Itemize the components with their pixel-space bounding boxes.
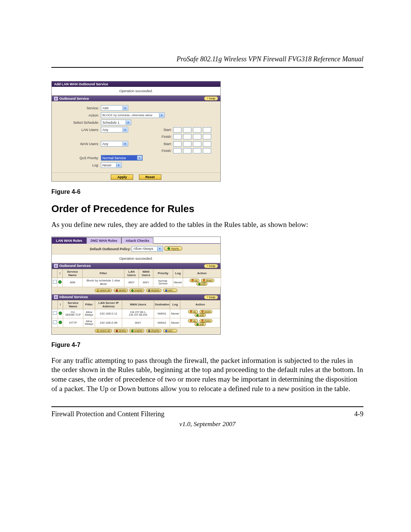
- wan-start-ip: Start:: [157, 141, 211, 147]
- ip-octet[interactable]: [183, 148, 191, 153]
- ip-octet[interactable]: [173, 127, 182, 133]
- button-label: delete: [119, 289, 126, 292]
- move-up-button[interactable]: up: [190, 279, 199, 282]
- button-label: select all: [100, 289, 110, 292]
- ip-octet[interactable]: [183, 127, 191, 133]
- log-select[interactable]: Never▾: [101, 162, 122, 168]
- col-alert: !: [57, 300, 63, 309]
- select-all-button[interactable]: select all: [95, 329, 112, 332]
- button-label: add ...: [168, 289, 175, 292]
- status-dot-icon: [167, 247, 170, 250]
- ip-octet[interactable]: [173, 148, 182, 153]
- policy-select[interactable]: Allow Always▾: [132, 246, 163, 252]
- select-value: AIM: [102, 106, 108, 110]
- window-titlebar: Add LAN WAN Outbound Service: [52, 81, 220, 87]
- section-title: Inbound Services: [59, 295, 88, 299]
- ip-octet[interactable]: [183, 134, 191, 139]
- collapse-icon[interactable]: ▪: [54, 264, 58, 268]
- service-select[interactable]: AIM▾: [101, 105, 128, 111]
- form-body: Service: AIM▾ Action: BLOCK by schedule,…: [52, 101, 220, 173]
- button-label: disable: [151, 289, 159, 292]
- cell-log: Never: [170, 318, 180, 327]
- enable-button[interactable]: enable: [129, 289, 144, 292]
- select-value: Never: [102, 163, 112, 167]
- enable-button[interactable]: enable: [129, 329, 144, 332]
- lan-finish-ip: Finish:: [157, 134, 211, 139]
- tab-lan-wan-rules[interactable]: LAN WAN Rules: [52, 237, 86, 244]
- ip-octet[interactable]: [193, 148, 201, 153]
- tab-attack-checks[interactable]: Attack Checks: [121, 237, 153, 244]
- section-heading: Order of Precedence for Rules: [51, 203, 363, 215]
- col-action: Action: [180, 300, 220, 309]
- cell-filter: Allow Always: [83, 318, 95, 327]
- help-link[interactable]: ?help: [204, 295, 218, 299]
- disable-icon: [148, 330, 150, 332]
- delete-button[interactable]: delete: [114, 329, 128, 332]
- button-row: Apply Reset: [52, 173, 220, 181]
- row-checkbox[interactable]: [53, 311, 57, 315]
- help-link[interactable]: ?help: [204, 264, 218, 268]
- ip-octet[interactable]: [193, 134, 201, 139]
- help-label: help: [209, 97, 215, 100]
- move-down-button[interactable]: down: [199, 310, 213, 313]
- delete-icon: [116, 330, 118, 332]
- move-up-button[interactable]: up: [188, 310, 198, 313]
- schedule-select[interactable]: Schedule 1▾: [101, 120, 131, 125]
- wan-users-select[interactable]: Any▾: [101, 141, 128, 147]
- edit-button[interactable]: edit: [194, 313, 206, 317]
- collapse-icon[interactable]: ▪: [54, 97, 58, 101]
- row-checkbox[interactable]: [53, 320, 57, 324]
- disable-button[interactable]: disable: [146, 289, 161, 292]
- edit-button[interactable]: edit: [194, 323, 206, 326]
- status-message: Operation succeeded.: [52, 87, 220, 96]
- figure-4-6-screenshot: Add LAN WAN Outbound Service Operation s…: [51, 81, 221, 182]
- col-service-name: Service Name: [63, 269, 83, 278]
- apply-button[interactable]: Apply: [111, 174, 133, 180]
- col-wan-users: WAN Users: [139, 269, 153, 278]
- cell-service: AIM: [63, 278, 83, 287]
- button-label: enable: [134, 329, 142, 332]
- collapse-icon[interactable]: ▪: [54, 295, 58, 299]
- section-header-inbound-services: ▪ Inbound Services ?help: [52, 294, 220, 300]
- lan-users-select[interactable]: Any▾: [101, 127, 128, 133]
- help-link[interactable]: ?help: [204, 96, 218, 101]
- move-down-button[interactable]: down: [199, 319, 213, 323]
- qos-select[interactable]: Normal-Service▾: [101, 155, 143, 161]
- label-service: Service:: [53, 106, 99, 110]
- button-label: disable: [151, 329, 159, 332]
- ip-octet[interactable]: [193, 141, 201, 147]
- move-down-button[interactable]: down: [201, 279, 214, 282]
- wan-finish-ip: Finish:: [157, 148, 211, 153]
- ip-octet[interactable]: [173, 141, 182, 147]
- footer-rule: [51, 406, 363, 407]
- select-value: Allow Always: [133, 247, 153, 251]
- outbound-services-table: ! Service Name Filter LAN Users WAN User…: [52, 269, 221, 287]
- cell-lan: ANY: [124, 278, 139, 287]
- delete-button[interactable]: delete: [114, 289, 128, 292]
- apply-policy-button[interactable]: Apply: [164, 246, 182, 251]
- page-header-title: ProSafe 802.11g Wireless VPN Firewall FV…: [51, 55, 363, 63]
- tab-dmz-wan-rules[interactable]: DMZ WAN Rules: [86, 237, 121, 244]
- ip-octet[interactable]: [203, 141, 211, 147]
- reset-button[interactable]: Reset: [139, 174, 161, 180]
- ip-octet[interactable]: [173, 134, 182, 139]
- select-all-button[interactable]: select all: [95, 289, 112, 292]
- disable-button[interactable]: disable: [146, 329, 161, 332]
- move-up-button[interactable]: up: [188, 319, 198, 323]
- ip-octet[interactable]: [203, 148, 211, 153]
- col-service-name: Service Name: [63, 300, 83, 309]
- action-select[interactable]: BLOCK by schedule, otherwise allow▾: [101, 112, 165, 118]
- button-label: select all: [100, 329, 110, 332]
- tab-bar: LAN WAN Rules DMZ WAN Rules Attack Check…: [52, 237, 220, 243]
- ip-octet[interactable]: [183, 141, 191, 147]
- body-paragraph: For any traffic attempting to pass throu…: [51, 356, 363, 394]
- ip-octet[interactable]: [203, 127, 211, 133]
- row-checkbox[interactable]: [53, 280, 57, 284]
- add-button[interactable]: add ...: [163, 329, 177, 332]
- ip-octet[interactable]: [203, 134, 211, 139]
- edit-button[interactable]: edit: [196, 282, 207, 286]
- ip-octet[interactable]: [193, 127, 201, 133]
- cell-log: Never: [173, 278, 183, 287]
- cell-priority: Normal-Service: [153, 278, 173, 287]
- add-button[interactable]: add ...: [163, 289, 177, 292]
